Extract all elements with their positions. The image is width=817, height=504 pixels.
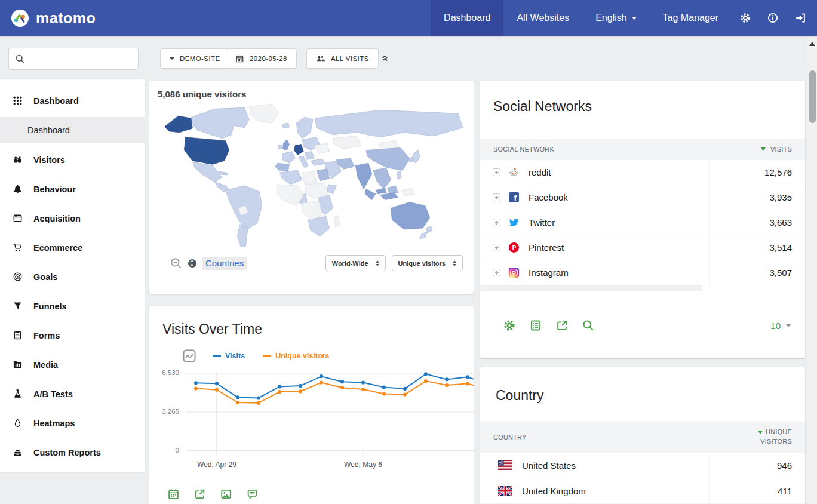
- expand-row-icon[interactable]: [493, 219, 500, 226]
- sidebar-item-icon: [13, 272, 23, 282]
- expand-row-icon[interactable]: [493, 193, 500, 201]
- date-selector-button[interactable]: 2020-05-28: [226, 48, 297, 69]
- sidebar-item[interactable]: Funnels: [0, 291, 145, 321]
- chart-point: [361, 380, 365, 384]
- expand-row-icon[interactable]: [493, 168, 500, 176]
- table-row[interactable]: reddit 12,576: [480, 160, 805, 185]
- sidebar-item[interactable]: Behaviour: [0, 174, 145, 204]
- sidebar-item[interactable]: Visitors: [0, 145, 145, 174]
- social-network-icon: [509, 192, 519, 202]
- image-export-icon[interactable]: [220, 488, 232, 500]
- topnav-item[interactable]: All Websites: [503, 0, 582, 36]
- map-metric-value: Unique visitors: [398, 260, 446, 267]
- table-row[interactable]: United Kingdom 411: [480, 478, 805, 504]
- settings-button[interactable]: [732, 0, 759, 36]
- truncated-row-strip: [480, 285, 702, 291]
- table-row[interactable]: Facebook 3,935: [480, 185, 805, 210]
- row-value: 3,935: [710, 185, 805, 210]
- column-header-value[interactable]: UNIQUE VISITORS: [735, 428, 792, 447]
- sidebar-item-icon: [13, 418, 23, 428]
- chart-point: [215, 382, 219, 385]
- chart-point: [236, 395, 239, 399]
- sidebar-item-label: A/B Tests: [33, 389, 73, 399]
- social-network-icon: [509, 217, 519, 228]
- table-row[interactable]: Pinterest 3,514: [480, 235, 805, 260]
- column-header-label[interactable]: COUNTRY: [493, 434, 527, 441]
- export-icon[interactable]: [194, 488, 206, 500]
- map-region-value: World-Wide: [332, 260, 368, 267]
- social-networks-widget: Social Networks SOCIAL NETWORK VISITS re…: [480, 81, 805, 358]
- sidebar-items: Visitors Behaviour Acquisition Ecommerce…: [0, 145, 145, 467]
- row-label: Facebook: [529, 192, 568, 202]
- sidebar-subitem-label: Dashboard: [27, 125, 70, 135]
- chart-line: [196, 381, 474, 403]
- search-box: [8, 48, 139, 70]
- topnav-item[interactable]: Tag Manager: [650, 0, 732, 36]
- map-region-select[interactable]: World-Wide: [325, 255, 386, 271]
- table-row[interactable]: United States 946: [480, 453, 805, 478]
- sidebar-item[interactable]: Forms: [0, 321, 145, 350]
- table-row[interactable]: Instagram 3,507: [480, 260, 805, 285]
- chart-legend: VisitsUnique visitors: [183, 349, 474, 362]
- collapse-toolbar-button[interactable]: [380, 53, 390, 65]
- sidebar-item[interactable]: Acquisition: [0, 204, 145, 233]
- search-input[interactable]: [25, 48, 138, 69]
- expand-row-icon[interactable]: [493, 244, 500, 251]
- page-scrollbar[interactable]: [807, 37, 817, 504]
- chart-point: [340, 380, 344, 383]
- sidebar-subitem-dashboard[interactable]: Dashboard: [0, 117, 145, 143]
- map-metric-select[interactable]: Unique visitors: [392, 255, 463, 271]
- table-view-icon[interactable]: [529, 319, 542, 332]
- updown-arrows-icon: [376, 260, 379, 266]
- legend-item[interactable]: Visits: [213, 352, 245, 360]
- world-map[interactable]: [156, 102, 468, 250]
- help-button[interactable]: [759, 0, 787, 36]
- chart-point: [278, 385, 281, 388]
- search-icon[interactable]: [582, 319, 595, 332]
- widget-title: Visits Over Time: [149, 306, 474, 337]
- countries-link[interactable]: Countries: [202, 257, 247, 270]
- social-network-icon: [509, 167, 519, 177]
- y-axis-label: 6,530: [152, 369, 179, 376]
- table-row[interactable]: Twitter 3,663: [480, 210, 805, 235]
- sidebar-item[interactable]: Ecommerce: [0, 233, 145, 262]
- topnav-item[interactable]: English: [582, 0, 649, 36]
- sidebar-item[interactable]: Heatmaps: [0, 408, 145, 438]
- sidebar-item-label: Acquisition: [33, 214, 81, 223]
- chart-point: [215, 388, 219, 392]
- gear-icon[interactable]: [503, 319, 516, 332]
- sidebar-item-dashboard[interactable]: Dashboard: [0, 86, 145, 115]
- chart-type-icon[interactable]: [183, 349, 196, 362]
- expand-row-icon[interactable]: [493, 269, 500, 276]
- line-chart[interactable]: 03,2656,530 Wed, Apr 29Wed, May 6: [186, 367, 474, 471]
- site-selector-label: DEMO-SITE: [180, 55, 220, 62]
- row-limit-select[interactable]: 10: [770, 321, 791, 331]
- column-header-value[interactable]: VISITS: [761, 146, 792, 153]
- logout-button[interactable]: [787, 0, 817, 36]
- zoom-out-icon[interactable]: [170, 257, 183, 270]
- column-header-label[interactable]: SOCIAL NETWORK: [493, 146, 554, 153]
- export-icon[interactable]: [555, 319, 569, 332]
- topnav-items: Dashboard All Websites English Tag Manag…: [431, 0, 732, 36]
- scrollbar-up-arrow[interactable]: [809, 42, 815, 46]
- annotations-icon[interactable]: [246, 488, 259, 500]
- sidebar-item[interactable]: Custom Reports: [0, 438, 145, 467]
- map-footer: Countries World-Wide Unique visitors: [149, 250, 474, 271]
- widget-title: Country: [480, 367, 805, 404]
- scrollbar-thumb[interactable]: [809, 70, 816, 123]
- row-value: 946: [710, 453, 805, 478]
- site-selector-button[interactable]: DEMO-SITE: [160, 48, 230, 69]
- calendar-icon[interactable]: [167, 488, 180, 500]
- x-axis: Wed, Apr 29Wed, May 6: [186, 458, 474, 471]
- matomo-logo[interactable]: matomo: [0, 0, 96, 36]
- table-header: SOCIAL NETWORK VISITS: [480, 139, 805, 160]
- segment-selector-button[interactable]: ALL VISITS: [306, 48, 379, 69]
- sidebar-item[interactable]: A/B Tests: [0, 379, 145, 408]
- row-value: 12,576: [710, 160, 805, 185]
- legend-item[interactable]: Unique visitors: [263, 352, 329, 360]
- sidebar-item[interactable]: Goals: [0, 262, 145, 291]
- sidebar-item[interactable]: Media: [0, 350, 145, 379]
- topnav-item[interactable]: Dashboard: [431, 0, 503, 36]
- chart-point: [466, 375, 469, 379]
- sidebar-item-label: Goals: [33, 272, 57, 282]
